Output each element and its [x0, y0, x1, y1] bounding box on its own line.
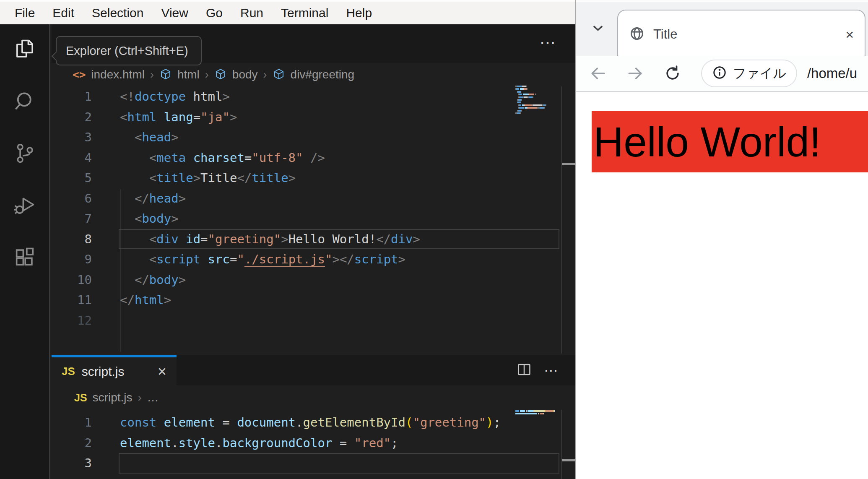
source-control-icon[interactable] [13, 141, 37, 165]
line-number: 7 [52, 208, 92, 229]
scrollbar-cursor-marker [562, 459, 576, 461]
editor-scrollbar[interactable] [561, 86, 576, 354]
reload-icon[interactable] [663, 64, 682, 83]
tab-label: script.js [82, 364, 125, 379]
code-editor-html[interactable]: 1<!doctype html>2<html lang="ja">3 <head… [52, 86, 575, 331]
line-number: 1 [52, 412, 92, 433]
code-line[interactable]: 7 <body> [52, 208, 575, 229]
file-scheme-label: ファイル [733, 65, 786, 82]
activity-bar [0, 24, 50, 479]
symbol-element-icon [273, 68, 285, 81]
browser-tab-strip: Title × [576, 0, 868, 56]
close-tab-icon[interactable]: × [158, 364, 166, 379]
editor-tab-bar: JS script.js × ⋯ [52, 355, 575, 385]
code-line[interactable]: 8 <div id="greeting">Hello World!</div> [52, 229, 575, 250]
browser-window: Title × [575, 0, 868, 479]
site-info-chip[interactable]: ファイル [702, 60, 796, 86]
breadcrumb-file[interactable]: script.js [93, 391, 133, 404]
browser-tab[interactable]: Title × [617, 10, 865, 58]
workbench: ⋯ <> index.html › html › body [0, 24, 575, 479]
line-number: 10 [52, 270, 92, 290]
code-line[interactable]: 12 [52, 310, 575, 331]
line-number: 1 [52, 86, 92, 107]
split-editor-icon[interactable] [516, 362, 532, 379]
line-number: 9 [52, 249, 92, 270]
code-line[interactable]: 2element.style.backgroundColor = "red"; [52, 433, 575, 453]
line-number: 8 [52, 229, 92, 250]
tab-script-js[interactable]: JS script.js × [52, 355, 177, 385]
explorer-tooltip: Explorer (Ctrl+Shift+E) [56, 36, 202, 65]
tooltip-text: Explorer (Ctrl+Shift+E) [66, 44, 188, 58]
more-actions-icon[interactable]: ⋯ [540, 34, 558, 50]
menu-file[interactable]: File [6, 6, 44, 20]
code-line[interactable]: 5 <title>Title</title> [52, 168, 575, 188]
line-number: 3 [52, 453, 92, 474]
breadcrumb-separator: › [138, 391, 142, 404]
close-tab-icon[interactable]: × [845, 27, 854, 42]
line-number: 2 [52, 107, 92, 128]
editor-scrollbar[interactable] [561, 410, 576, 479]
code-line[interactable]: 3 <head> [52, 127, 575, 148]
menu-bar: File Edit Selection View Go Run Terminal… [0, 0, 575, 24]
breadcrumb-div-greeting[interactable]: div#greeting [291, 68, 355, 81]
html-file-icon: <> [73, 68, 86, 81]
menu-view[interactable]: View [152, 6, 197, 20]
line-number: 5 [52, 168, 92, 188]
menu-edit[interactable]: Edit [44, 6, 83, 20]
menu-terminal[interactable]: Terminal [272, 6, 337, 20]
search-icon[interactable] [13, 89, 37, 113]
code-line[interactable]: 1const element = document.getElementById… [52, 412, 575, 433]
browser-viewport: Hello World! [576, 92, 868, 479]
chevron-down-icon[interactable] [590, 21, 606, 36]
symbol-element-icon [159, 68, 172, 81]
breadcrumb-more[interactable]: … [147, 391, 159, 404]
code-editor-js[interactable]: 1const element = document.getElementById… [52, 412, 575, 474]
line-number: 3 [52, 127, 92, 148]
globe-icon [629, 26, 645, 43]
line-number: 12 [52, 310, 92, 331]
minimap[interactable] [515, 410, 556, 418]
symbol-element-icon [214, 68, 227, 81]
line-number: 4 [52, 148, 92, 168]
code-line[interactable]: 10 </body> [52, 270, 575, 290]
breadcrumb-html[interactable]: html [177, 68, 200, 81]
line-number: 6 [52, 188, 92, 209]
menu-selection[interactable]: Selection [83, 6, 152, 20]
vscode-window: File Edit Selection View Go Run Terminal… [0, 0, 575, 479]
run-debug-icon[interactable] [13, 193, 37, 217]
forward-icon[interactable] [626, 64, 645, 83]
code-line[interactable]: 1<!doctype html> [52, 86, 575, 107]
menu-help[interactable]: Help [337, 6, 381, 20]
editor-group-html: ⋯ <> index.html › html › body [52, 24, 575, 354]
breadcrumb-file[interactable]: index.html [91, 68, 145, 81]
browser-toolbar: ファイル /home/u [576, 56, 868, 92]
code-line[interactable]: 9 <script src="./script.js"></script> [52, 249, 575, 270]
explorer-icon[interactable] [13, 37, 37, 61]
editor-actions: ⋯ [516, 355, 560, 385]
breadcrumb-separator: › [205, 68, 209, 81]
minimap[interactable] [515, 86, 556, 118]
line-number: 2 [52, 433, 92, 453]
menu-go[interactable]: Go [197, 6, 231, 20]
javascript-file-icon: JS [74, 392, 87, 404]
breadcrumb-separator: › [150, 68, 154, 81]
greeting-div: Hello World! [592, 111, 868, 172]
address-bar-url[interactable]: /home/u [807, 65, 857, 81]
info-icon [712, 65, 727, 82]
code-line[interactable]: 2<html lang="ja"> [52, 107, 575, 128]
breadcrumb-separator: › [263, 68, 267, 81]
menu-run[interactable]: Run [231, 6, 272, 20]
code-line[interactable]: 11</html> [52, 290, 575, 310]
scrollbar-cursor-marker [562, 163, 576, 165]
code-line[interactable]: 3 [52, 453, 575, 474]
more-actions-icon[interactable]: ⋯ [544, 363, 560, 377]
code-line[interactable]: 6 </head> [52, 188, 575, 209]
browser-tab-title: Title [653, 27, 677, 42]
back-icon[interactable] [589, 64, 607, 83]
breadcrumb-body[interactable]: body [232, 68, 258, 81]
extensions-icon[interactable] [13, 245, 37, 269]
javascript-file-icon: JS [62, 365, 75, 378]
breadcrumb: JS script.js › … [52, 385, 575, 410]
editor-group-js: JS script.js × ⋯ JS script.js [52, 355, 575, 479]
code-line[interactable]: 4 <meta charset="utf-8" /> [52, 148, 575, 168]
